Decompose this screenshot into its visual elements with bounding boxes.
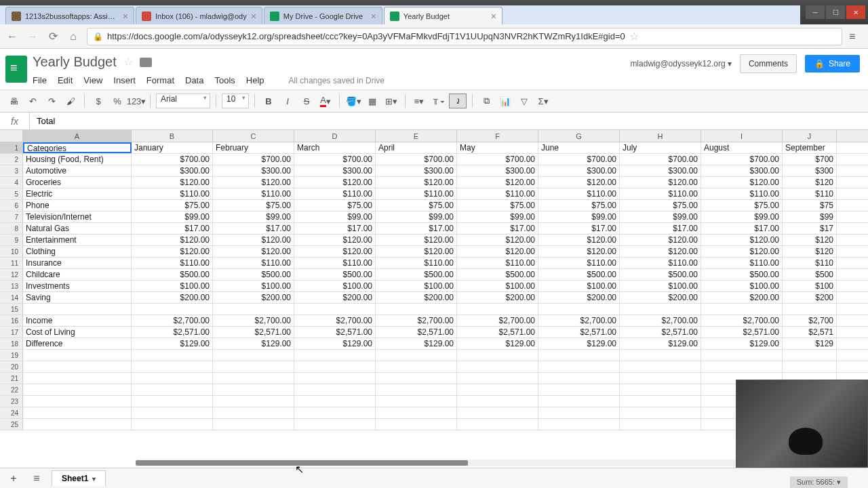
cell[interactable]	[620, 361, 701, 372]
cell[interactable]: $200.00	[376, 292, 457, 303]
tab-close-icon[interactable]: ×	[123, 11, 128, 22]
url-field[interactable]: 🔒 https://docs.google.com/a/odysseyk12.o…	[87, 28, 842, 45]
insert-link-icon[interactable]: ⧉	[478, 93, 494, 109]
cell[interactable]	[376, 407, 457, 418]
functions-icon[interactable]: Σ▾	[535, 93, 551, 109]
cell[interactable]: January	[132, 142, 213, 153]
cell[interactable]	[23, 407, 132, 418]
cell[interactable]: $700.00	[538, 154, 620, 165]
row-header[interactable]: 2	[0, 154, 23, 165]
cell[interactable]: $120.00	[538, 246, 620, 257]
font-size-select[interactable]: 10	[222, 94, 249, 108]
share-button[interactable]: 🔒 Share	[805, 55, 860, 73]
cell[interactable]	[538, 419, 620, 430]
cell[interactable]: $110.00	[376, 188, 457, 199]
cell[interactable]	[701, 304, 783, 314]
cell[interactable]: July	[620, 142, 701, 153]
insert-chart-icon[interactable]: 📊	[497, 93, 513, 109]
reload-button[interactable]: ⟳	[46, 30, 60, 43]
back-button[interactable]: ←	[5, 30, 19, 43]
bookmark-star-icon[interactable]: ☆	[629, 30, 639, 43]
cell[interactable]: $120.00	[538, 177, 620, 188]
cell[interactable]	[132, 350, 213, 361]
cell[interactable]: $110.00	[294, 188, 376, 199]
cell[interactable]: $110.00	[213, 258, 294, 268]
align-vertical-icon[interactable]: ⫪▾	[430, 93, 446, 109]
cell[interactable]: $700.00	[457, 154, 538, 165]
cell[interactable]	[213, 419, 294, 430]
cell[interactable]: $99.00	[701, 211, 783, 222]
cell[interactable]: $2,571.00	[538, 327, 620, 338]
cell[interactable]: $120.00	[701, 246, 783, 257]
bold-icon[interactable]: B	[260, 93, 277, 109]
sheet-tab-menu-icon[interactable]: ▾	[92, 475, 96, 483]
cell[interactable]: $300.00	[538, 165, 620, 176]
cell[interactable]	[132, 384, 213, 395]
menu-edit[interactable]: Edit	[58, 75, 73, 85]
cell[interactable]: $2,571	[783, 327, 837, 338]
document-title[interactable]: Yearly Budget	[33, 54, 117, 70]
cell[interactable]	[23, 396, 132, 407]
cell[interactable]: $100.00	[620, 281, 701, 291]
cell[interactable]: $17.00	[538, 223, 620, 234]
cell[interactable]	[132, 373, 213, 384]
cell[interactable]	[213, 350, 294, 361]
cell[interactable]	[376, 373, 457, 384]
percent-icon[interactable]: %	[109, 93, 125, 109]
cell[interactable]	[213, 373, 294, 384]
cell[interactable]: Saving	[23, 292, 132, 303]
cell[interactable]: May	[457, 142, 538, 153]
cell[interactable]: September	[783, 142, 837, 153]
cell[interactable]: $120.00	[376, 235, 457, 245]
cell[interactable]: February	[213, 142, 294, 153]
cell[interactable]: $110.00	[701, 188, 783, 199]
cell[interactable]	[620, 373, 701, 384]
cell[interactable]	[23, 350, 132, 361]
cell[interactable]: $17.00	[457, 223, 538, 234]
cell[interactable]: $110.00	[132, 188, 213, 199]
cell[interactable]: $2,700.00	[132, 315, 213, 326]
cell[interactable]: $75.00	[538, 200, 620, 211]
column-header[interactable]: C	[213, 130, 294, 142]
cell[interactable]: $99.00	[538, 211, 620, 222]
cell[interactable]	[132, 396, 213, 407]
cell[interactable]: $99	[783, 211, 837, 222]
cell[interactable]: $500.00	[213, 269, 294, 280]
cell[interactable]: $129.00	[457, 338, 538, 349]
row-header[interactable]: 19	[0, 350, 23, 361]
filter-icon[interactable]: ▽	[516, 93, 532, 109]
row-header[interactable]: 23	[0, 396, 23, 407]
cell[interactable]: $100.00	[294, 281, 376, 291]
cell[interactable]: $120.00	[132, 235, 213, 245]
column-header[interactable]: F	[457, 130, 538, 142]
cell[interactable]: $120	[783, 246, 837, 257]
cell[interactable]: $75.00	[132, 200, 213, 211]
cell[interactable]	[620, 350, 701, 361]
cell[interactable]: $2,571.00	[457, 327, 538, 338]
cell[interactable]	[213, 304, 294, 314]
cell[interactable]: $99.00	[132, 211, 213, 222]
cell[interactable]: Electric	[23, 188, 132, 199]
cell[interactable]: Categories	[23, 142, 132, 153]
row-header[interactable]: 7	[0, 211, 23, 222]
cell[interactable]	[376, 361, 457, 372]
menu-view[interactable]: View	[83, 75, 102, 85]
cell[interactable]	[538, 361, 620, 372]
column-header[interactable]: A	[23, 130, 132, 142]
cell[interactable]: $700.00	[376, 154, 457, 165]
cell[interactable]: $99.00	[294, 211, 376, 222]
cell[interactable]: $129.00	[213, 338, 294, 349]
row-header[interactable]: 16	[0, 315, 23, 326]
cell[interactable]: Insurance	[23, 258, 132, 268]
cell[interactable]	[457, 384, 538, 395]
undo-icon[interactable]: ↶	[24, 93, 41, 109]
status-sum[interactable]: Sum: 5665: ▾	[790, 476, 848, 488]
number-format-icon[interactable]: 123▾	[128, 93, 144, 109]
browser-tab[interactable]: 1213s2bussoftapps: Assignm ×	[5, 7, 134, 24]
cell[interactable]	[457, 407, 538, 418]
cell[interactable]: $200.00	[701, 292, 783, 303]
cell[interactable]: $120.00	[457, 246, 538, 257]
cell[interactable]	[132, 419, 213, 430]
cell[interactable]: $99.00	[620, 211, 701, 222]
menu-file[interactable]: File	[33, 75, 47, 85]
